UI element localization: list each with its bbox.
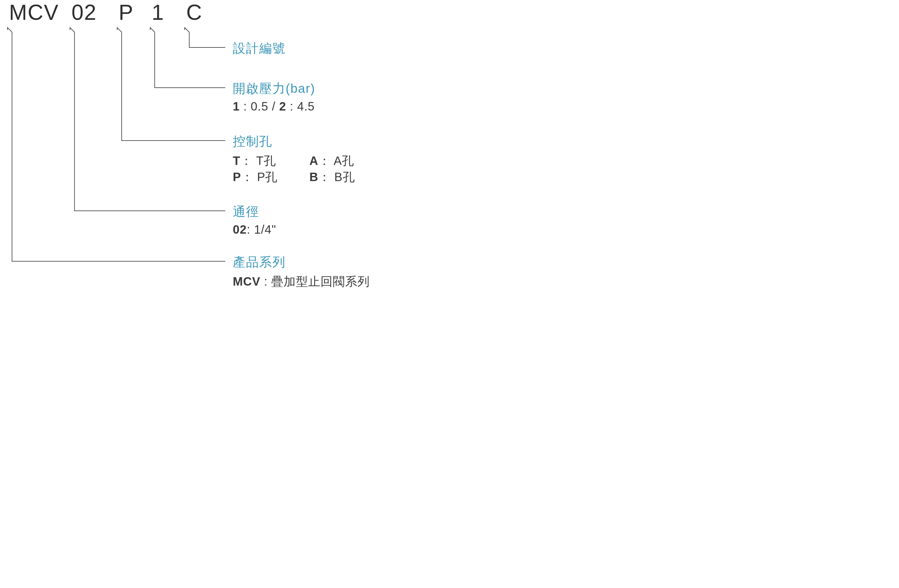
series-val: : 疊加型止回閥系列 (260, 275, 370, 288)
cp-code-2: 2 (280, 100, 286, 113)
cp-B-val: ： B孔 (318, 170, 355, 184)
size-code: 02 (233, 223, 247, 236)
label-cracking-pressure: 開啟壓力(bar) (233, 80, 315, 97)
control-port-row2: P： P孔 (233, 169, 278, 185)
cp-P-code: P (233, 170, 241, 184)
cp-mid: : 0.5 / (240, 100, 279, 113)
model-code-diagram: MCV 02 P 1 C 設計編號 開啟壓力(bar) 1 : 0.5 / 2 … (0, 0, 451, 294)
cp-suffix: : 4.5 (286, 100, 315, 113)
control-port-row1b: A： A孔 (309, 153, 354, 169)
cp-T-code: T (233, 154, 240, 167)
label-cracking-pressure-detail: 1 : 0.5 / 2 : 4.5 (233, 100, 315, 113)
label-control-port: 控制孔 (233, 133, 272, 150)
bracket-lines (0, 0, 451, 294)
size-val: : 1/4" (247, 223, 276, 236)
cp-P-val: ： P孔 (241, 170, 278, 184)
cp-B-code: B (309, 170, 318, 184)
label-design-no: 設計編號 (233, 40, 286, 57)
cp-code-1: 1 (233, 100, 240, 113)
control-port-row2b: B： B孔 (309, 169, 355, 185)
cp-T-val: ： T孔 (240, 154, 276, 167)
label-series: 產品系列 (233, 254, 286, 270)
cp-A-val: ： A孔 (318, 154, 354, 167)
series-code: MCV (233, 275, 260, 288)
label-series-detail: MCV : 疊加型止回閥系列 (233, 273, 370, 290)
control-port-row1: T： T孔 (233, 153, 276, 169)
label-size-detail: 02: 1/4" (233, 223, 276, 236)
cp-A-code: A (309, 154, 318, 167)
label-size: 通徑 (233, 203, 259, 220)
